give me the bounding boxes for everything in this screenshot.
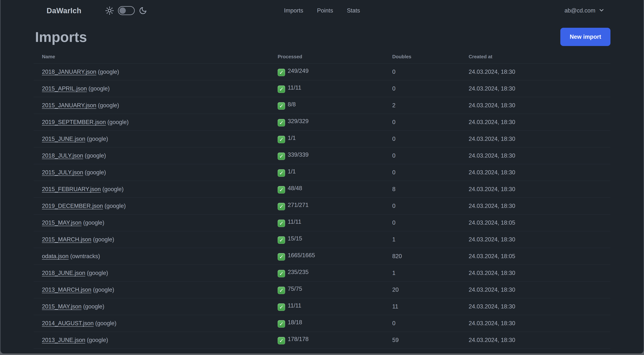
check-mark-icon: ✓ — [278, 320, 285, 328]
import-file-link[interactable]: 2018_JUNE.json — [42, 270, 85, 276]
import-file-link[interactable]: 2014_AUGUST.json — [42, 320, 94, 327]
created-at-cell: 24.03.2024, 18:30 — [460, 186, 610, 193]
theme-toggle-knob — [120, 7, 126, 14]
import-file-link[interactable]: 2013_MARCH.json — [42, 287, 91, 293]
doubles-cell: 820 — [384, 253, 460, 260]
logo[interactable]: DaWarIch — [46, 6, 82, 15]
page-header: Imports New import — [34, 24, 610, 50]
user-email: ab@cd.com — [564, 7, 595, 14]
created-at-cell: 24.03.2024, 18:30 — [460, 203, 610, 209]
created-at-cell: 24.03.2024, 18:30 — [460, 136, 610, 142]
check-mark-icon: ✓ — [278, 303, 285, 311]
doubles-cell: 0 — [384, 203, 460, 209]
import-file-link[interactable]: 2019_DECEMBER.json — [42, 203, 103, 209]
import-source: (google) — [91, 236, 114, 243]
import-file-link[interactable]: 2015_FEBRUARY.json — [42, 186, 101, 192]
import-file-link[interactable]: 2013_JUNE.json — [42, 337, 85, 343]
import-file-link[interactable]: 2015_JULY.json — [42, 169, 83, 176]
import-file-link[interactable]: 2015_MAY.json — [42, 303, 82, 310]
check-mark-icon: ✓ — [278, 119, 285, 126]
created-at-cell: 24.03.2024, 18:30 — [460, 337, 610, 344]
created-at-cell: 24.03.2024, 18:30 — [460, 303, 610, 310]
sun-icon — [105, 6, 114, 15]
check-mark-icon: ✓ — [278, 169, 285, 177]
import-file-link[interactable]: 2015_JUNE.json — [42, 136, 85, 142]
import-source: (google) — [85, 270, 108, 276]
processed-cell: ✓11/11 — [269, 302, 384, 311]
navbar: DaWarIch — [1, 0, 643, 21]
processed-cell: ✓15/15 — [269, 235, 384, 244]
column-header-name: Name — [34, 54, 269, 60]
import-file-link[interactable]: 2015_MARCH.json — [42, 236, 91, 243]
doubles-cell: 0 — [384, 152, 460, 159]
processed-cell: ✓339/339 — [269, 151, 384, 160]
nav-link-imports[interactable]: Imports — [284, 7, 303, 14]
new-import-button[interactable]: New import — [560, 28, 610, 46]
table-row: 2019_SEPTEMBER.json (google)✓329/329024.… — [34, 114, 610, 131]
doubles-cell: 0 — [384, 68, 460, 75]
main-content: Imports New import Name Processed Double… — [34, 24, 610, 354]
nav-link-stats[interactable]: Stats — [347, 7, 360, 14]
import-file-link[interactable]: 2015_APRIL.json — [42, 85, 87, 92]
doubles-cell: 2 — [384, 102, 460, 109]
table-row: 2015_JUNE.json (google)✓1/1024.03.2024, … — [34, 131, 610, 147]
table-row: ✓ — [34, 353, 610, 354]
table-row: 2018_JULY.json (google)✓339/339024.03.20… — [34, 147, 610, 164]
import-source: (google) — [83, 169, 106, 176]
import-file-link[interactable]: 2018_JANUARY.json — [42, 68, 96, 75]
created-at-cell: 24.03.2024, 18:30 — [460, 169, 610, 176]
check-mark-icon: ✓ — [278, 236, 285, 244]
table-row: odata.json (owntracks)✓1665/166582024.03… — [34, 248, 610, 265]
import-source: (google) — [83, 152, 106, 159]
processed-cell: ✓1/1 — [269, 168, 384, 177]
nav-link-points[interactable]: Points — [317, 7, 333, 14]
doubles-cell: 0 — [384, 320, 460, 327]
processed-cell: ✓1/1 — [269, 135, 384, 143]
check-mark-icon: ✓ — [278, 253, 285, 261]
column-header-created-at: Created at — [460, 54, 610, 60]
import-source: (google) — [82, 219, 104, 226]
table-row: 2015_APRIL.json (google)✓11/11024.03.202… — [34, 80, 610, 97]
import-source: (google) — [91, 287, 114, 293]
created-at-cell: 24.03.2024, 18:30 — [460, 102, 610, 109]
created-at-cell: 24.03.2024, 18:30 — [460, 85, 610, 92]
processed-cell: ✓1665/1665 — [269, 252, 384, 261]
import-file-link[interactable]: 2015_JANUARY.json — [42, 102, 96, 109]
import-source: (google) — [85, 136, 108, 142]
processed-cell: ✓329/329 — [269, 118, 384, 127]
table-row: 2015_FEBRUARY.json (google)✓48/48824.03.… — [34, 181, 610, 198]
doubles-cell: 11 — [384, 303, 460, 310]
user-menu[interactable]: ab@cd.com — [564, 7, 605, 14]
table-row: 2018_JANUARY.json (google)✓249/249024.03… — [34, 64, 610, 80]
import-source: (google) — [101, 186, 124, 192]
created-at-cell: 24.03.2024, 18:30 — [460, 152, 610, 159]
processed-cell: ✓75/75 — [269, 286, 384, 294]
doubles-cell: 0 — [384, 219, 460, 226]
import-source: (google) — [94, 320, 116, 327]
app-window: DaWarIch — [0, 0, 644, 354]
import-source: (google) — [96, 102, 119, 109]
created-at-cell: 24.03.2024, 18:30 — [460, 68, 610, 75]
import-source: (owntracks) — [68, 253, 100, 260]
chevron-down-icon — [598, 7, 605, 14]
check-mark-icon: ✓ — [278, 102, 285, 110]
created-at-cell: 24.03.2024, 18:30 — [460, 236, 610, 243]
column-header-processed: Processed — [269, 54, 384, 60]
processed-cell: ✓18/18 — [269, 319, 384, 328]
processed-cell: ✓178/178 — [269, 336, 384, 345]
import-file-link[interactable]: odata.json — [42, 253, 68, 260]
table-row: 2019_DECEMBER.json (google)✓271/271024.0… — [34, 198, 610, 215]
processed-cell: ✓48/48 — [269, 185, 384, 194]
import-file-link[interactable]: 2019_SEPTEMBER.json — [42, 119, 106, 125]
created-at-cell: 24.03.2024, 18:30 — [460, 119, 610, 125]
column-header-doubles: Doubles — [384, 54, 460, 60]
processed-cell: ✓249/249 — [269, 68, 384, 76]
theme-toggle-switch[interactable] — [118, 6, 135, 15]
import-source: (google) — [87, 85, 110, 92]
processed-cell: ✓11/11 — [269, 219, 384, 227]
import-source: (google) — [103, 203, 126, 209]
nav-links: Imports Points Stats — [284, 0, 360, 21]
import-file-link[interactable]: 2018_JULY.json — [42, 152, 83, 159]
import-file-link[interactable]: 2015_MAY.json — [42, 219, 82, 226]
table-header-row: Name Processed Doubles Created at — [34, 50, 610, 64]
